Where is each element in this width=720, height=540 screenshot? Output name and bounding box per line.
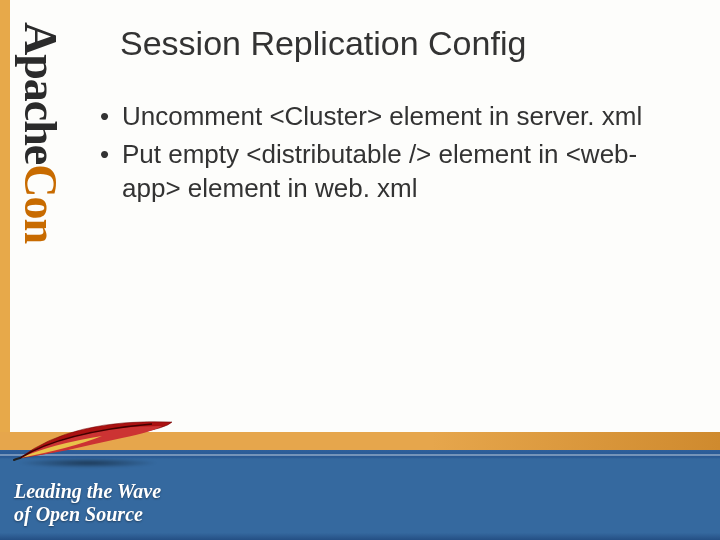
bullet-list: Uncomment <Cluster> element in server. x… <box>92 100 690 209</box>
footer: Leading the Wave of Open Source <box>0 432 720 540</box>
footer-tagline: Leading the Wave of Open Source <box>14 480 161 526</box>
logo-text-con: Con <box>15 164 66 243</box>
feather-icon <box>12 414 182 470</box>
feather-shadow <box>18 458 158 468</box>
tagline-line-1: Leading the Wave <box>14 480 161 503</box>
accent-bar <box>0 0 10 432</box>
list-item: Uncomment <Cluster> element in server. x… <box>92 100 690 134</box>
logo-text-apache: Apache <box>15 22 66 164</box>
tagline-line-2: of Open Source <box>14 503 161 526</box>
list-item: Put empty <distributable /> element in <… <box>92 138 690 206</box>
apachecon-logo: ApacheCon <box>14 22 67 243</box>
page-title: Session Replication Config <box>120 24 526 63</box>
